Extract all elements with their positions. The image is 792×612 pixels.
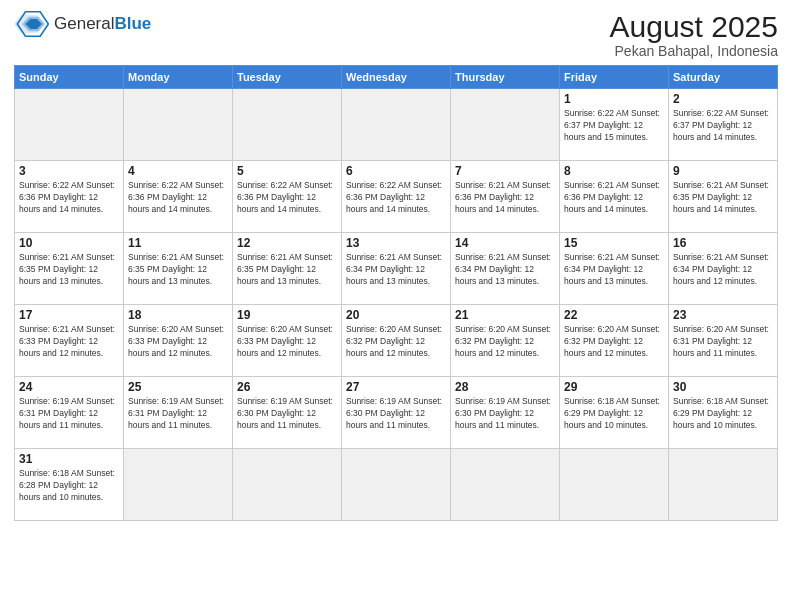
- day-number: 25: [128, 380, 228, 394]
- calendar-cell: 20Sunrise: 6:20 AM Sunset: 6:32 PM Dayli…: [342, 305, 451, 377]
- day-info: Sunrise: 6:20 AM Sunset: 6:31 PM Dayligh…: [673, 324, 773, 360]
- day-info: Sunrise: 6:20 AM Sunset: 6:32 PM Dayligh…: [346, 324, 446, 360]
- day-number: 24: [19, 380, 119, 394]
- weekday-header: Sunday: [15, 66, 124, 89]
- logo-icon: [14, 10, 50, 38]
- day-info: Sunrise: 6:21 AM Sunset: 6:35 PM Dayligh…: [673, 180, 773, 216]
- day-number: 5: [237, 164, 337, 178]
- day-info: Sunrise: 6:19 AM Sunset: 6:31 PM Dayligh…: [19, 396, 119, 432]
- day-info: Sunrise: 6:21 AM Sunset: 6:34 PM Dayligh…: [346, 252, 446, 288]
- calendar-cell: 7Sunrise: 6:21 AM Sunset: 6:36 PM Daylig…: [451, 161, 560, 233]
- day-number: 14: [455, 236, 555, 250]
- calendar-cell: [15, 89, 124, 161]
- calendar-cell: 1Sunrise: 6:22 AM Sunset: 6:37 PM Daylig…: [560, 89, 669, 161]
- day-info: Sunrise: 6:20 AM Sunset: 6:32 PM Dayligh…: [564, 324, 664, 360]
- calendar-cell: 29Sunrise: 6:18 AM Sunset: 6:29 PM Dayli…: [560, 377, 669, 449]
- calendar-cell: [124, 89, 233, 161]
- day-number: 22: [564, 308, 664, 322]
- calendar-cell: 15Sunrise: 6:21 AM Sunset: 6:34 PM Dayli…: [560, 233, 669, 305]
- day-number: 4: [128, 164, 228, 178]
- calendar-week-row: 3Sunrise: 6:22 AM Sunset: 6:36 PM Daylig…: [15, 161, 778, 233]
- day-info: Sunrise: 6:18 AM Sunset: 6:29 PM Dayligh…: [564, 396, 664, 432]
- day-number: 15: [564, 236, 664, 250]
- calendar-week-row: 31Sunrise: 6:18 AM Sunset: 6:28 PM Dayli…: [15, 449, 778, 521]
- calendar-cell: 3Sunrise: 6:22 AM Sunset: 6:36 PM Daylig…: [15, 161, 124, 233]
- day-info: Sunrise: 6:22 AM Sunset: 6:37 PM Dayligh…: [673, 108, 773, 144]
- calendar-cell: 26Sunrise: 6:19 AM Sunset: 6:30 PM Dayli…: [233, 377, 342, 449]
- day-number: 13: [346, 236, 446, 250]
- day-info: Sunrise: 6:21 AM Sunset: 6:35 PM Dayligh…: [128, 252, 228, 288]
- calendar-cell: 21Sunrise: 6:20 AM Sunset: 6:32 PM Dayli…: [451, 305, 560, 377]
- calendar-cell: 24Sunrise: 6:19 AM Sunset: 6:31 PM Dayli…: [15, 377, 124, 449]
- day-info: Sunrise: 6:21 AM Sunset: 6:34 PM Dayligh…: [564, 252, 664, 288]
- calendar-subtitle: Pekan Bahapal, Indonesia: [610, 43, 778, 59]
- day-info: Sunrise: 6:19 AM Sunset: 6:30 PM Dayligh…: [237, 396, 337, 432]
- calendar-cell: 10Sunrise: 6:21 AM Sunset: 6:35 PM Dayli…: [15, 233, 124, 305]
- day-number: 16: [673, 236, 773, 250]
- day-number: 6: [346, 164, 446, 178]
- calendar-body: 1Sunrise: 6:22 AM Sunset: 6:37 PM Daylig…: [15, 89, 778, 521]
- day-number: 10: [19, 236, 119, 250]
- calendar-header: SundayMondayTuesdayWednesdayThursdayFrid…: [15, 66, 778, 89]
- day-number: 31: [19, 452, 119, 466]
- header: GeneralBlue August 2025 Pekan Bahapal, I…: [14, 10, 778, 59]
- calendar-cell: 31Sunrise: 6:18 AM Sunset: 6:28 PM Dayli…: [15, 449, 124, 521]
- calendar-week-row: 10Sunrise: 6:21 AM Sunset: 6:35 PM Dayli…: [15, 233, 778, 305]
- day-number: 30: [673, 380, 773, 394]
- calendar-week-row: 17Sunrise: 6:21 AM Sunset: 6:33 PM Dayli…: [15, 305, 778, 377]
- day-number: 17: [19, 308, 119, 322]
- day-info: Sunrise: 6:22 AM Sunset: 6:36 PM Dayligh…: [128, 180, 228, 216]
- day-info: Sunrise: 6:18 AM Sunset: 6:29 PM Dayligh…: [673, 396, 773, 432]
- day-info: Sunrise: 6:22 AM Sunset: 6:36 PM Dayligh…: [346, 180, 446, 216]
- logo: GeneralBlue: [14, 10, 151, 38]
- weekday-header: Wednesday: [342, 66, 451, 89]
- day-number: 29: [564, 380, 664, 394]
- calendar-cell: 22Sunrise: 6:20 AM Sunset: 6:32 PM Dayli…: [560, 305, 669, 377]
- day-number: 1: [564, 92, 664, 106]
- calendar-cell: [451, 89, 560, 161]
- calendar-cell: 11Sunrise: 6:21 AM Sunset: 6:35 PM Dayli…: [124, 233, 233, 305]
- day-info: Sunrise: 6:20 AM Sunset: 6:33 PM Dayligh…: [237, 324, 337, 360]
- day-info: Sunrise: 6:20 AM Sunset: 6:33 PM Dayligh…: [128, 324, 228, 360]
- day-info: Sunrise: 6:21 AM Sunset: 6:33 PM Dayligh…: [19, 324, 119, 360]
- day-info: Sunrise: 6:19 AM Sunset: 6:30 PM Dayligh…: [455, 396, 555, 432]
- calendar-cell: [560, 449, 669, 521]
- calendar-cell: 18Sunrise: 6:20 AM Sunset: 6:33 PM Dayli…: [124, 305, 233, 377]
- day-info: Sunrise: 6:19 AM Sunset: 6:31 PM Dayligh…: [128, 396, 228, 432]
- calendar-cell: 23Sunrise: 6:20 AM Sunset: 6:31 PM Dayli…: [669, 305, 778, 377]
- calendar-page: GeneralBlue August 2025 Pekan Bahapal, I…: [0, 0, 792, 612]
- day-number: 27: [346, 380, 446, 394]
- calendar-cell: 25Sunrise: 6:19 AM Sunset: 6:31 PM Dayli…: [124, 377, 233, 449]
- calendar-cell: 14Sunrise: 6:21 AM Sunset: 6:34 PM Dayli…: [451, 233, 560, 305]
- calendar-cell: [233, 449, 342, 521]
- day-number: 8: [564, 164, 664, 178]
- weekday-header: Friday: [560, 66, 669, 89]
- day-number: 7: [455, 164, 555, 178]
- calendar-cell: 30Sunrise: 6:18 AM Sunset: 6:29 PM Dayli…: [669, 377, 778, 449]
- calendar-cell: [342, 89, 451, 161]
- day-info: Sunrise: 6:21 AM Sunset: 6:35 PM Dayligh…: [237, 252, 337, 288]
- calendar-table: SundayMondayTuesdayWednesdayThursdayFrid…: [14, 65, 778, 521]
- day-number: 28: [455, 380, 555, 394]
- day-info: Sunrise: 6:21 AM Sunset: 6:36 PM Dayligh…: [564, 180, 664, 216]
- day-number: 18: [128, 308, 228, 322]
- title-block: August 2025 Pekan Bahapal, Indonesia: [610, 10, 778, 59]
- day-info: Sunrise: 6:21 AM Sunset: 6:34 PM Dayligh…: [673, 252, 773, 288]
- day-info: Sunrise: 6:20 AM Sunset: 6:32 PM Dayligh…: [455, 324, 555, 360]
- day-number: 21: [455, 308, 555, 322]
- day-info: Sunrise: 6:18 AM Sunset: 6:28 PM Dayligh…: [19, 468, 119, 504]
- calendar-cell: 27Sunrise: 6:19 AM Sunset: 6:30 PM Dayli…: [342, 377, 451, 449]
- day-number: 26: [237, 380, 337, 394]
- calendar-cell: 16Sunrise: 6:21 AM Sunset: 6:34 PM Dayli…: [669, 233, 778, 305]
- day-number: 19: [237, 308, 337, 322]
- calendar-cell: [233, 89, 342, 161]
- day-info: Sunrise: 6:19 AM Sunset: 6:30 PM Dayligh…: [346, 396, 446, 432]
- calendar-cell: 5Sunrise: 6:22 AM Sunset: 6:36 PM Daylig…: [233, 161, 342, 233]
- calendar-week-row: 1Sunrise: 6:22 AM Sunset: 6:37 PM Daylig…: [15, 89, 778, 161]
- calendar-cell: [342, 449, 451, 521]
- logo-text: GeneralBlue: [54, 15, 151, 34]
- weekday-header: Saturday: [669, 66, 778, 89]
- calendar-week-row: 24Sunrise: 6:19 AM Sunset: 6:31 PM Dayli…: [15, 377, 778, 449]
- day-info: Sunrise: 6:21 AM Sunset: 6:34 PM Dayligh…: [455, 252, 555, 288]
- weekday-header: Thursday: [451, 66, 560, 89]
